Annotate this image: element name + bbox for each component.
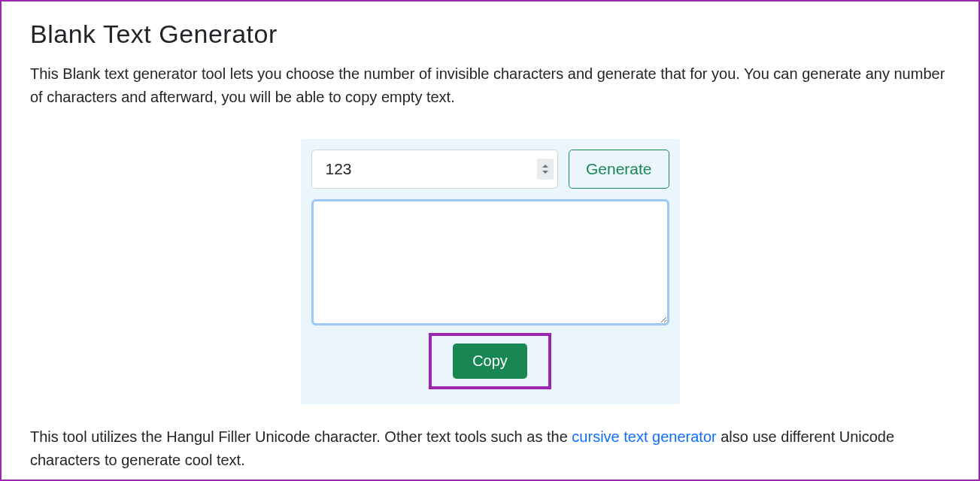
- copy-button[interactable]: Copy: [453, 343, 527, 379]
- footer-prefix: This tool utilizes the Hangul Filler Uni…: [30, 428, 572, 445]
- cursive-generator-link[interactable]: cursive text generator: [572, 428, 716, 445]
- footer-text: This tool utilizes the Hangul Filler Uni…: [30, 425, 950, 472]
- number-input-wrapper: [311, 150, 558, 189]
- chevron-down-icon: [542, 171, 548, 174]
- page-frame: Blank Text Generator This Blank text gen…: [0, 0, 980, 481]
- number-spinner[interactable]: [537, 159, 554, 180]
- copy-row: Copy: [311, 334, 669, 391]
- character-count-input[interactable]: [311, 150, 558, 189]
- description-text: This Blank text generator tool lets you …: [30, 62, 950, 109]
- output-textarea[interactable]: [311, 199, 669, 325]
- generate-button[interactable]: Generate: [569, 150, 669, 189]
- generator-panel: Generate Copy: [301, 139, 680, 404]
- page-title: Blank Text Generator: [30, 20, 950, 49]
- copy-highlight-box: Copy: [429, 333, 551, 389]
- chevron-up-icon: [542, 165, 548, 168]
- input-row: Generate: [311, 150, 669, 189]
